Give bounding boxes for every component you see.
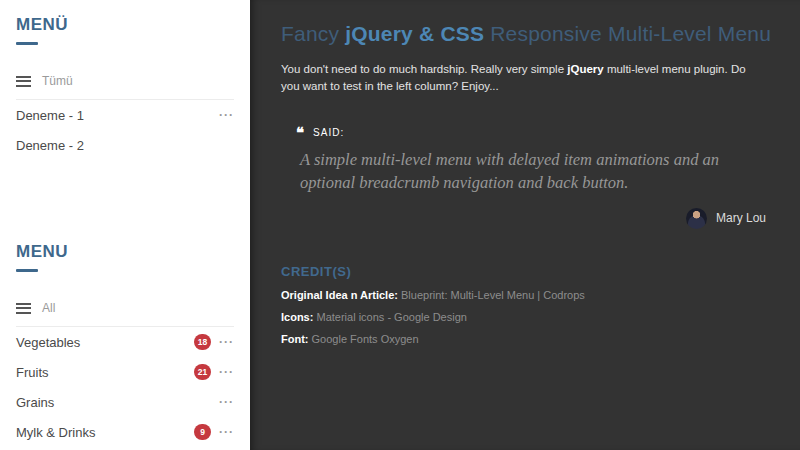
menu-item-fruits[interactable]: Fruits 21 ··· [16,357,234,387]
menu-item-deneme-1[interactable]: Deneme - 1 ··· [16,100,234,130]
menu-english: MENU All Vegetables 18 ··· Fruits 21 ···… [16,242,234,447]
filter-label: Tümü [42,74,73,88]
intro-text: You don't need to do much hardship. Real… [281,63,567,75]
author-name: Mary Lou [716,211,766,225]
menu-item-label: Grains [16,395,54,410]
menu-item-label: Deneme - 2 [16,138,84,153]
menu-item-label: Deneme - 1 [16,108,84,123]
quote-author-link[interactable]: Mary Lou [296,208,766,229]
menu-turkish: MENÜ Tümü Deneme - 1 ··· Deneme - 2 [16,15,234,160]
quote-label: SAID: [313,127,344,138]
menu-item-label: Mylk & Drinks [16,425,95,440]
title-accent: jQuery & CSS [345,22,484,45]
hamburger-icon [16,303,31,314]
avatar [686,208,707,229]
count-badge: 21 [194,364,211,380]
intro-paragraph: You don't need to do much hardship. Real… [281,61,759,94]
menu-title-en: MENU [16,242,234,262]
credit-row-icons: Icons: Material icons - Google Design [281,312,780,323]
count-badge: 9 [194,424,211,440]
menu-item-vegetables[interactable]: Vegetables 18 ··· [16,327,234,357]
credits-heading: CREDIT(S) [281,264,780,279]
more-icon: ··· [219,426,234,438]
filter-row-all[interactable]: All [16,292,234,327]
credit-row-font: Font: Google Fonts Oxygen [281,334,780,345]
credit-label: Font: [281,333,308,345]
credit-value-link[interactable]: Google Fonts Oxygen [312,333,419,345]
count-badge: 18 [194,334,211,350]
page-title: Fancy jQuery & CSS Responsive Multi-Leve… [281,22,780,46]
menu-title-underline [16,269,38,272]
more-icon: ··· [219,396,234,408]
credit-value-link[interactable]: Blueprint: Multi-Level Menu | Codrops [401,289,585,301]
menu-title-underline [16,42,38,45]
credits-section: CREDIT(S) Original Idea n Article: Bluep… [281,264,780,345]
quote-header: ❝ SAID: [296,125,780,140]
menu-item-label: Fruits [16,365,49,380]
hamburger-icon [16,76,31,87]
menu-item-label: Vegetables [16,335,80,350]
menu-item-deneme-2[interactable]: Deneme - 2 [16,130,234,160]
menu-item-grains[interactable]: Grains ··· [16,387,234,417]
sidebar: MENÜ Tümü Deneme - 1 ··· Deneme - 2 MENU… [0,0,250,450]
menu-item-mylk-drinks[interactable]: Mylk & Drinks 9 ··· [16,417,234,447]
title-suffix: Responsive Multi-Level Menu [484,22,771,45]
quote-text: A simple multi-level menu with delayed i… [300,149,762,194]
more-icon: ··· [219,109,234,121]
more-icon: ··· [219,336,234,348]
main-panel: Fancy jQuery & CSS Responsive Multi-Leve… [250,0,800,450]
quote-block: ❝ SAID: A simple multi-level menu with d… [296,125,780,229]
filter-label: All [42,301,55,315]
credit-label: Original Idea n Article: [281,289,398,301]
credit-label: Icons: [281,311,313,323]
more-icon: ··· [219,366,234,378]
filter-row-tumu[interactable]: Tümü [16,65,234,100]
credit-row-article: Original Idea n Article: Blueprint: Mult… [281,290,780,301]
title-prefix: Fancy [281,22,345,45]
menu-title-tr: MENÜ [16,15,234,35]
intro-bold: jQuery [567,63,603,75]
credit-value-link[interactable]: Material icons - Google Design [316,311,466,323]
quote-icon: ❝ [296,125,304,140]
